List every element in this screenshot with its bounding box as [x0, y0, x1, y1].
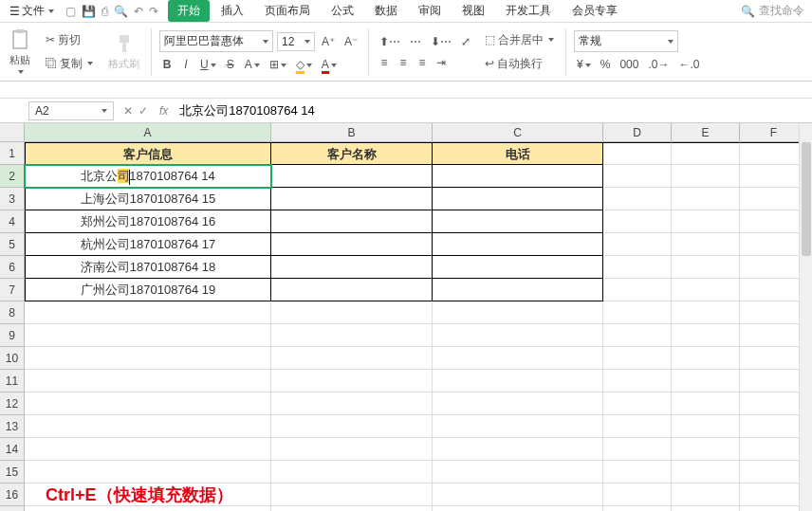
cell-A10[interactable] — [25, 347, 271, 370]
italic-button[interactable]: I — [178, 56, 194, 73]
cell-D12[interactable] — [603, 392, 672, 415]
row-header-12[interactable]: 12 — [0, 392, 25, 415]
cell-C2[interactable] — [433, 165, 603, 188]
search-box[interactable]: 🔍 查找命令 — [741, 3, 808, 19]
row-header-7[interactable]: 7 — [0, 279, 25, 301]
row-header-17[interactable]: 17 — [0, 506, 25, 511]
undo-icon[interactable]: ↶ — [134, 5, 143, 18]
col-header-C[interactable]: C — [433, 123, 603, 142]
cells[interactable]: 客户信息客户名称电话北京公司1870108764 14上海公司187010876… — [25, 142, 808, 511]
select-all-corner[interactable] — [0, 123, 25, 142]
formula-input[interactable] — [174, 101, 812, 119]
print-icon[interactable]: ⎙ — [102, 5, 108, 18]
row-header-3[interactable]: 3 — [0, 188, 25, 210]
cell-D4[interactable] — [603, 210, 672, 233]
cell-E11[interactable] — [672, 370, 740, 392]
font-color-button[interactable]: A — [319, 56, 340, 73]
cell-D10[interactable] — [603, 347, 672, 370]
number-format-select[interactable]: 常规 — [574, 30, 678, 52]
tab-3[interactable]: 公式 — [322, 0, 363, 22]
cell-C4[interactable] — [433, 210, 603, 233]
cell-D16[interactable] — [603, 484, 672, 506]
cell-D2[interactable] — [603, 165, 672, 188]
confirm-icon[interactable]: ✓ — [138, 104, 148, 118]
cell-E17[interactable] — [672, 506, 740, 511]
cell-A3[interactable]: 上海公司1870108764 15 — [25, 188, 271, 210]
wrap-button[interactable]: ↩自动换行 — [481, 54, 558, 74]
row-header-11[interactable]: 11 — [0, 370, 25, 392]
cell-C14[interactable] — [433, 438, 603, 461]
fx-icon[interactable]: fx — [154, 104, 174, 118]
cell-D1[interactable] — [603, 142, 672, 165]
cell-E4[interactable] — [672, 210, 740, 233]
tab-8[interactable]: 会员专享 — [563, 0, 627, 22]
row-header-8[interactable]: 8 — [0, 301, 25, 324]
cell-C11[interactable] — [433, 370, 603, 392]
cell-E7[interactable] — [672, 279, 740, 301]
row-header-5[interactable]: 5 — [0, 233, 25, 256]
cell-A4[interactable]: 郑州公司1870108764 16 — [25, 210, 271, 233]
align-right-button[interactable]: ≡ — [415, 54, 430, 71]
col-header-E[interactable]: E — [672, 123, 740, 142]
cell-B15[interactable] — [271, 461, 433, 484]
cell-E14[interactable] — [672, 438, 740, 461]
cell-D7[interactable] — [603, 279, 672, 301]
cell-D15[interactable] — [603, 461, 672, 484]
cut-button[interactable]: ✂剪切 — [42, 30, 97, 50]
cell-C7[interactable] — [433, 279, 603, 301]
tab-0[interactable]: 开始 — [168, 0, 210, 22]
cell-E12[interactable] — [672, 392, 740, 415]
col-header-D[interactable]: D — [603, 123, 672, 142]
file-menu[interactable]: ☰ 文件 — [4, 1, 60, 21]
cell-C6[interactable] — [433, 256, 603, 279]
currency-button[interactable]: ¥ — [574, 56, 594, 73]
orientation-button[interactable]: ⤢ — [458, 33, 473, 50]
cell-C10[interactable] — [433, 347, 603, 370]
cell-A9[interactable] — [25, 324, 271, 347]
tab-6[interactable]: 视图 — [452, 0, 494, 22]
cell-B14[interactable] — [271, 438, 433, 461]
cell-E9[interactable] — [672, 324, 740, 347]
tab-7[interactable]: 开发工具 — [496, 0, 561, 22]
cell-D5[interactable] — [603, 233, 672, 256]
cell-B1[interactable]: 客户名称 — [271, 142, 433, 165]
cell-D14[interactable] — [603, 438, 672, 461]
spreadsheet-grid[interactable]: ABCDEF 12345678910111213141516171819 客户信… — [0, 123, 812, 511]
cell-B10[interactable] — [271, 347, 433, 370]
cell-A12[interactable] — [25, 392, 271, 415]
cell-B9[interactable] — [271, 324, 433, 347]
cell-A7[interactable]: 广州公司1870108764 19 — [25, 279, 271, 301]
increase-decimal-button[interactable]: .0→ — [645, 56, 672, 73]
align-left-button[interactable]: ≡ — [377, 54, 392, 71]
merge-button[interactable]: ⬚合并居中 — [481, 30, 558, 50]
cell-D8[interactable] — [603, 301, 672, 324]
cell-A8[interactable] — [25, 301, 271, 324]
format-painter-button[interactable]: 格式刷 — [104, 31, 143, 73]
cell-C17[interactable] — [433, 506, 603, 511]
font-size-select[interactable]: 12 — [277, 32, 315, 51]
row-header-13[interactable]: 13 — [0, 415, 25, 438]
cell-A5[interactable]: 杭州公司1870108764 17 — [25, 233, 271, 256]
col-header-A[interactable]: A — [25, 123, 271, 142]
cell-A6[interactable]: 济南公司1870108764 18 — [25, 256, 271, 279]
cell-D9[interactable] — [603, 324, 672, 347]
decrease-decimal-button[interactable]: ←.0 — [675, 56, 702, 73]
cell-B2[interactable] — [271, 165, 433, 188]
cell-E3[interactable] — [672, 188, 740, 210]
cell-B12[interactable] — [271, 392, 433, 415]
row-header-15[interactable]: 15 — [0, 461, 25, 484]
cell-B6[interactable] — [271, 256, 433, 279]
copy-button[interactable]: ⿻复制 — [42, 54, 97, 74]
cell-C5[interactable] — [433, 233, 603, 256]
indent-button[interactable]: ⇥ — [434, 54, 449, 71]
cell-B7[interactable] — [271, 279, 433, 301]
redo-icon[interactable]: ↷ — [149, 5, 158, 18]
cell-A17[interactable] — [25, 506, 271, 511]
save-icon[interactable]: 💾 — [82, 5, 96, 18]
cell-C12[interactable] — [433, 392, 603, 415]
percent-button[interactable]: % — [598, 56, 614, 73]
preview-icon[interactable]: 🔍 — [114, 5, 128, 18]
cell-D13[interactable] — [603, 415, 672, 438]
row-header-6[interactable]: 6 — [0, 256, 25, 279]
cell-E8[interactable] — [672, 301, 740, 324]
